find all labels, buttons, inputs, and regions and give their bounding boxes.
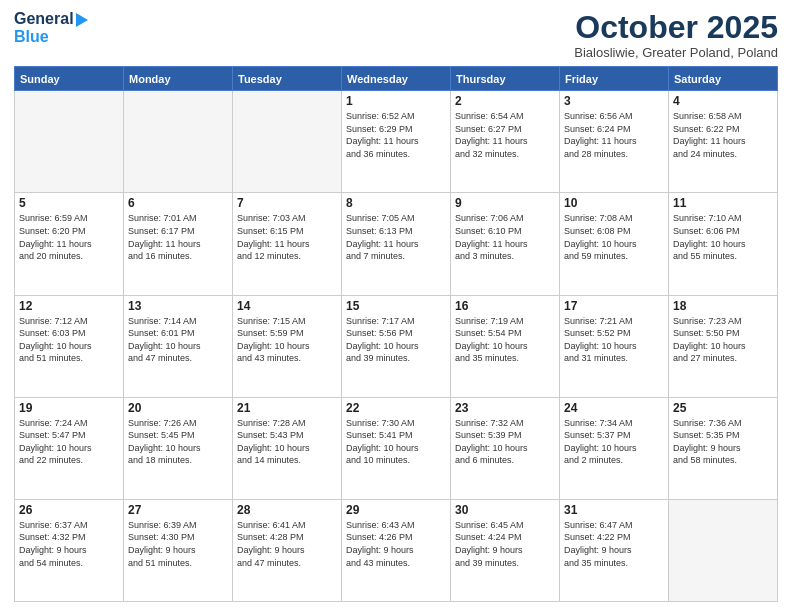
day-number: 29 [346,503,446,517]
day-info: Sunrise: 7:12 AMSunset: 6:03 PMDaylight:… [19,315,119,365]
calendar-cell: 13Sunrise: 7:14 AMSunset: 6:01 PMDayligh… [124,295,233,397]
day-info-line: Daylight: 10 hours [346,443,419,453]
calendar-cell: 10Sunrise: 7:08 AMSunset: 6:08 PMDayligh… [560,193,669,295]
day-info-line: Daylight: 11 hours [346,136,419,146]
day-number: 18 [673,299,773,313]
day-number: 23 [455,401,555,415]
day-info-line: and 35 minutes. [564,558,628,568]
day-info: Sunrise: 6:52 AMSunset: 6:29 PMDaylight:… [346,110,446,160]
day-info-line: and 27 minutes. [673,353,737,363]
day-info: Sunrise: 7:26 AMSunset: 5:45 PMDaylight:… [128,417,228,467]
day-info-line: Daylight: 10 hours [455,443,528,453]
day-number: 15 [346,299,446,313]
day-info-line: Sunrise: 6:45 AM [455,520,524,530]
day-info-line: Sunset: 6:01 PM [128,328,195,338]
day-info-line: Sunset: 5:43 PM [237,430,304,440]
calendar-cell: 9Sunrise: 7:06 AMSunset: 6:10 PMDaylight… [451,193,560,295]
calendar-cell: 26Sunrise: 6:37 AMSunset: 4:32 PMDayligh… [15,499,124,601]
day-number: 19 [19,401,119,415]
day-number: 25 [673,401,773,415]
day-info: Sunrise: 6:59 AMSunset: 6:20 PMDaylight:… [19,212,119,262]
day-info: Sunrise: 7:36 AMSunset: 5:35 PMDaylight:… [673,417,773,467]
day-number: 27 [128,503,228,517]
day-info-line: Sunrise: 7:19 AM [455,316,524,326]
day-info-line: Daylight: 10 hours [673,341,746,351]
day-info-line: Sunrise: 7:08 AM [564,213,633,223]
day-info-line: and 47 minutes. [237,558,301,568]
day-info-line: Sunrise: 6:47 AM [564,520,633,530]
calendar-cell: 17Sunrise: 7:21 AMSunset: 5:52 PMDayligh… [560,295,669,397]
day-info-line: Sunset: 6:29 PM [346,124,413,134]
calendar-header-row: Sunday Monday Tuesday Wednesday Thursday… [15,67,778,91]
day-info-line: and 24 minutes. [673,149,737,159]
calendar-cell [669,499,778,601]
day-info-line: Sunrise: 7:24 AM [19,418,88,428]
calendar-cell [15,91,124,193]
calendar-cell: 19Sunrise: 7:24 AMSunset: 5:47 PMDayligh… [15,397,124,499]
day-info-line: Sunset: 6:06 PM [673,226,740,236]
day-number: 8 [346,196,446,210]
day-info-line: and 28 minutes. [564,149,628,159]
day-info-line: Sunrise: 7:17 AM [346,316,415,326]
day-info: Sunrise: 6:43 AMSunset: 4:26 PMDaylight:… [346,519,446,569]
day-number: 26 [19,503,119,517]
calendar-table: Sunday Monday Tuesday Wednesday Thursday… [14,66,778,602]
day-number: 9 [455,196,555,210]
calendar-cell: 15Sunrise: 7:17 AMSunset: 5:56 PMDayligh… [342,295,451,397]
calendar-cell [124,91,233,193]
day-number: 21 [237,401,337,415]
day-info-line: Sunset: 5:59 PM [237,328,304,338]
calendar-cell: 23Sunrise: 7:32 AMSunset: 5:39 PMDayligh… [451,397,560,499]
day-info-line: and 43 minutes. [237,353,301,363]
calendar-cell: 6Sunrise: 7:01 AMSunset: 6:17 PMDaylight… [124,193,233,295]
day-info-line: Sunset: 5:47 PM [19,430,86,440]
day-number: 7 [237,196,337,210]
day-info-line: and 18 minutes. [128,455,192,465]
day-info-line: Sunset: 6:27 PM [455,124,522,134]
header: General Blue October 2025 Bialosliwie, G… [14,10,778,60]
day-info-line: and 31 minutes. [564,353,628,363]
day-number: 2 [455,94,555,108]
calendar-cell: 1Sunrise: 6:52 AMSunset: 6:29 PMDaylight… [342,91,451,193]
calendar-cell: 27Sunrise: 6:39 AMSunset: 4:30 PMDayligh… [124,499,233,601]
day-info: Sunrise: 7:30 AMSunset: 5:41 PMDaylight:… [346,417,446,467]
day-info: Sunrise: 7:19 AMSunset: 5:54 PMDaylight:… [455,315,555,365]
day-info: Sunrise: 7:23 AMSunset: 5:50 PMDaylight:… [673,315,773,365]
day-info-line: and 43 minutes. [346,558,410,568]
day-info: Sunrise: 6:54 AMSunset: 6:27 PMDaylight:… [455,110,555,160]
day-info-line: and 58 minutes. [673,455,737,465]
day-info-line: and 7 minutes. [346,251,405,261]
day-info-line: Sunrise: 7:26 AM [128,418,197,428]
day-info-line: Sunrise: 7:14 AM [128,316,197,326]
calendar-cell: 31Sunrise: 6:47 AMSunset: 4:22 PMDayligh… [560,499,669,601]
calendar-cell: 21Sunrise: 7:28 AMSunset: 5:43 PMDayligh… [233,397,342,499]
day-info-line: Sunset: 6:24 PM [564,124,631,134]
day-number: 24 [564,401,664,415]
calendar-week-3: 12Sunrise: 7:12 AMSunset: 6:03 PMDayligh… [15,295,778,397]
day-info: Sunrise: 7:03 AMSunset: 6:15 PMDaylight:… [237,212,337,262]
calendar-cell: 20Sunrise: 7:26 AMSunset: 5:45 PMDayligh… [124,397,233,499]
day-info-line: and 54 minutes. [19,558,83,568]
day-info-line: Sunrise: 7:03 AM [237,213,306,223]
day-info-line: Daylight: 11 hours [128,239,201,249]
day-info: Sunrise: 7:10 AMSunset: 6:06 PMDaylight:… [673,212,773,262]
calendar-cell: 2Sunrise: 6:54 AMSunset: 6:27 PMDaylight… [451,91,560,193]
day-info-line: Sunset: 6:15 PM [237,226,304,236]
calendar-cell: 5Sunrise: 6:59 AMSunset: 6:20 PMDaylight… [15,193,124,295]
day-info-line: and 12 minutes. [237,251,301,261]
day-info-line: Daylight: 9 hours [673,443,741,453]
day-info-line: and 47 minutes. [128,353,192,363]
day-number: 30 [455,503,555,517]
day-info: Sunrise: 7:08 AMSunset: 6:08 PMDaylight:… [564,212,664,262]
day-number: 28 [237,503,337,517]
day-info: Sunrise: 6:47 AMSunset: 4:22 PMDaylight:… [564,519,664,569]
day-number: 17 [564,299,664,313]
logo-chevron-icon [76,13,88,27]
col-friday: Friday [560,67,669,91]
day-info-line: Sunrise: 7:21 AM [564,316,633,326]
calendar-cell: 8Sunrise: 7:05 AMSunset: 6:13 PMDaylight… [342,193,451,295]
title-area: October 2025 Bialosliwie, Greater Poland… [574,10,778,60]
day-info-line: Sunset: 5:52 PM [564,328,631,338]
day-info: Sunrise: 7:14 AMSunset: 6:01 PMDaylight:… [128,315,228,365]
day-number: 4 [673,94,773,108]
